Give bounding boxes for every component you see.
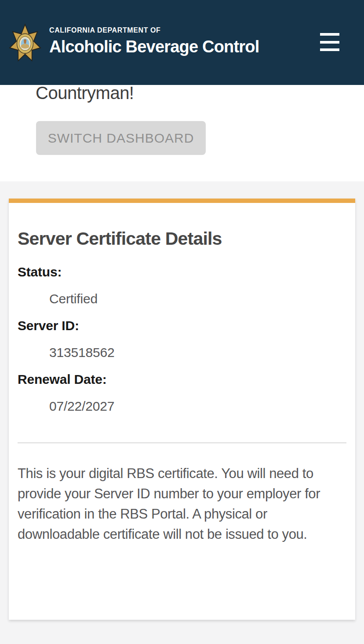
server-id-label: Server ID: — [18, 319, 346, 332]
page: CALIFORNIA DEPARTMENT OF Alcoholic Bever… — [0, 0, 364, 644]
divider — [18, 442, 346, 443]
hamburger-icon — [320, 41, 339, 44]
hamburger-icon — [320, 48, 339, 51]
header-title-block: CALIFORNIA DEPARTMENT OF Alcoholic Bever… — [49, 26, 259, 56]
agency-name: Alcoholic Beverage Control — [49, 37, 259, 56]
agency-department-label: CALIFORNIA DEPARTMENT OF — [49, 26, 259, 34]
server-certificate-card: Server Certificate Details Status: Certi… — [9, 199, 355, 620]
switch-dashboard-button[interactable]: SWITCH DASHBOARD — [36, 121, 206, 155]
status-label: Status: — [18, 265, 346, 279]
abc-star-badge-icon — [8, 23, 42, 62]
certificate-fields: Status: Certified Server ID: 313518562 R… — [18, 265, 346, 413]
card-title: Server Certificate Details — [18, 203, 346, 249]
greeting-text: Countryman! — [36, 83, 134, 103]
hamburger-icon — [320, 33, 339, 36]
server-id-value: 313518562 — [18, 346, 346, 359]
content-area: Server Certificate Details Status: Certi… — [0, 181, 364, 644]
welcome-section: Countryman! SWITCH DASHBOARD — [0, 85, 364, 181]
menu-button[interactable] — [320, 33, 339, 51]
status-value: Certified — [18, 292, 346, 305]
certificate-note: This is your digital RBS certificate. Yo… — [18, 464, 346, 545]
renewal-date-label: Renewal Date: — [18, 373, 346, 386]
app-header: CALIFORNIA DEPARTMENT OF Alcoholic Bever… — [0, 0, 364, 85]
renewal-date-value: 07/22/2027 — [18, 400, 346, 413]
